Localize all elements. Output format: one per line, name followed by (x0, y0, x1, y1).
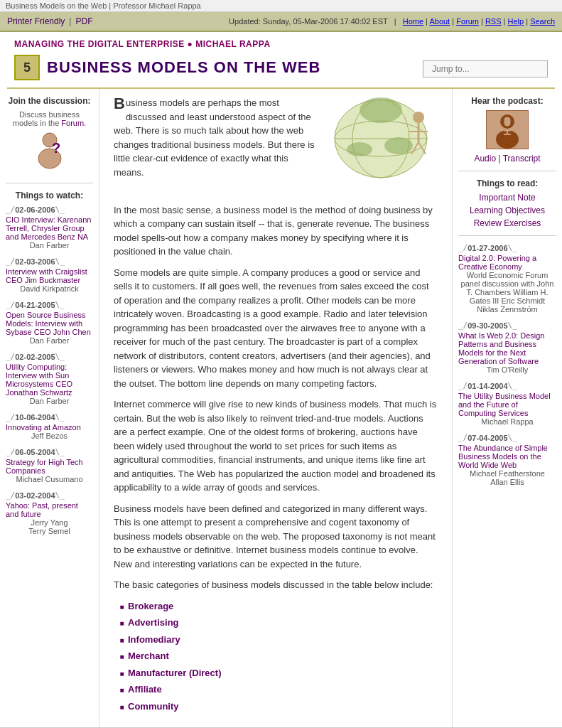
third-paragraph: Some models are quite simple. A company … (114, 266, 438, 391)
podcast-title: Hear the podcast: (458, 96, 556, 106)
author-link[interactable]: Michael Rappa (195, 39, 270, 49)
main-layout: Join the discussion: Discuss business mo… (0, 89, 562, 727)
center-content: Business models are perhaps the most dis… (99, 89, 452, 727)
top-nav: Printer Friendly | PDF Updated: Sunday, … (0, 12, 562, 32)
discussion-title: Join the discussion: (6, 96, 93, 106)
breadcrumb-link[interactable]: Managing the Digital Enterprise (14, 39, 185, 49)
left-sidebar: Join the discussion: Discuss business mo… (0, 89, 99, 727)
right-sidebar: Hear the podcast: Audio | Transcript Thi… (452, 89, 562, 727)
advertising-link[interactable]: Advertising (128, 617, 179, 628)
list-item: Advertising (128, 616, 438, 630)
list-item: Brokerage (128, 599, 438, 614)
home-link[interactable]: Home (403, 17, 423, 26)
main-text: Business models are perhaps the most dis… (114, 96, 438, 713)
things-to-read-title: Things to read: (458, 178, 556, 188)
content-image (328, 96, 438, 189)
read-item: _/ 01-14-2004 \_ The Utility Business Mo… (458, 381, 556, 426)
jump-to-container (423, 60, 548, 77)
page-title: Business Models on the Web (47, 58, 320, 77)
updated-timestamp: Updated: Sunday, 05-Mar-2006 17:40:02 ES… (229, 17, 555, 26)
affiliate-link[interactable]: Affiliate (128, 684, 162, 695)
watch-link-1[interactable]: Interview with Craigslist CEO Jim Buckma… (6, 267, 87, 284)
watch-link-4[interactable]: Innovating at Amazon (6, 423, 81, 432)
watch-item: _/ 02-02-2005 \_ Utility Computing: Inte… (6, 352, 93, 405)
manufacturer-link[interactable]: Manufacturer (Direct) (128, 668, 221, 678)
podcast-links: Audio | Transcript (458, 154, 556, 164)
rss-link[interactable]: RSS (485, 17, 502, 26)
read-item: _/ 07-04-2005 \_ The Abundance of Simple… (458, 433, 556, 486)
svg-point-10 (413, 112, 424, 123)
title-bar: Business Models on the Web | Professor M… (0, 0, 562, 12)
header-title-row: 5 Business Models on the Web (14, 55, 423, 80)
read-item: _/ 09-30-2005 \_ What Is Web 2.0: Design… (458, 321, 556, 374)
watch-item: _/ 03-02-2004 \_ Yahoo: Past, present an… (6, 491, 93, 535)
title-bar-text: Business Models on the Web | Professor M… (6, 1, 201, 10)
header: Managing the Digital Enterprise ● Michae… (0, 32, 562, 87)
forum-link[interactable]: Forum (456, 17, 479, 26)
top-nav-left: Printer Friendly | PDF (7, 16, 92, 26)
about-link[interactable]: About (429, 17, 450, 26)
pdf-link[interactable]: PDF (75, 16, 92, 26)
help-link[interactable]: Help (508, 17, 524, 26)
watch-item: _/ 02-06-2006 \_ CIO Interview: Karenann… (6, 205, 93, 250)
header-left: Managing the Digital Enterprise ● Michae… (14, 39, 423, 87)
community-link[interactable]: Community (128, 701, 179, 712)
svg-text:?: ? (52, 140, 60, 156)
discussion-text: Discuss business models in the Forum. (6, 110, 93, 127)
learning-objectives-link[interactable]: Learning Objectives (458, 205, 556, 215)
watch-item: _/ 02-03-2006 \_ Interview with Craigsli… (6, 257, 93, 293)
important-note-link[interactable]: Important Note (458, 193, 556, 203)
transcript-link[interactable]: Transcript (503, 154, 541, 164)
fourth-paragraph: Internet commerce will give rise to new … (114, 397, 438, 495)
watch-item: _/ 04-21-2005 \_ Open Source Business Mo… (6, 300, 93, 345)
watch-link-3[interactable]: Utility Computing: Interview with Sun Mi… (6, 363, 72, 397)
read-link-0[interactable]: Digital 2.0: Powering a Creative Economy (458, 254, 536, 271)
printer-friendly-link[interactable]: Printer Friendly (7, 16, 65, 26)
watch-item: _/ 10-06-2004 \_ Innovating at Amazon Je… (6, 412, 93, 440)
podcast-icon (486, 110, 529, 149)
svg-point-9 (347, 142, 372, 156)
read-item: _/ 01-27-2006 \_ Digital 2.0: Powering a… (458, 243, 556, 314)
audio-link[interactable]: Audio (474, 154, 496, 164)
read-link-2[interactable]: The Utility Business Model and the Futur… (458, 392, 551, 417)
read-link-3[interactable]: The Abundance of Simple Business Models … (458, 444, 548, 469)
watch-link-5[interactable]: Strategy for High Tech Companies (6, 458, 83, 475)
second-paragraph: In the most basic sense, a business mode… (114, 203, 438, 259)
sixth-paragraph: The basic categories of business models … (114, 578, 438, 592)
forum-discussion-link[interactable]: Forum. (61, 119, 86, 127)
jump-to-input[interactable] (423, 60, 548, 77)
review-exercises-link[interactable]: Review Exercises (458, 218, 556, 228)
brokerage-link[interactable]: Brokerage (128, 601, 173, 611)
list-item: Affiliate (128, 682, 438, 697)
list-item: Merchant (128, 649, 438, 663)
search-link[interactable]: Search (530, 17, 555, 26)
infomediary-link[interactable]: Infomediary (128, 634, 180, 645)
list-item: Community (128, 700, 438, 714)
list-item: Manufacturer (Direct) (128, 666, 438, 680)
read-link-1[interactable]: What Is Web 2.0: Design Patterns and Bus… (458, 331, 544, 365)
category-list: Brokerage Advertising Infomediary Mercha… (128, 599, 438, 714)
svg-point-7 (360, 97, 402, 123)
watch-item: _/ 06-05-2004 \_ Strategy for High Tech … (6, 447, 93, 483)
svg-point-8 (384, 137, 413, 154)
discussion-icon: ? (6, 132, 93, 176)
watch-link-2[interactable]: Open Source Business Models: Interview w… (6, 311, 91, 336)
svg-rect-18 (504, 117, 511, 127)
list-item: Infomediary (128, 633, 438, 647)
fifth-paragraph: Business models have been defined and ca… (114, 502, 438, 572)
merchant-link[interactable]: Merchant (128, 651, 169, 661)
watch-link-6[interactable]: Yahoo: Past, present and future (6, 501, 78, 518)
breadcrumb: Managing the Digital Enterprise ● Michae… (14, 39, 423, 49)
watch-link-0[interactable]: CIO Interview: Karenann Terrell, Chrysle… (6, 215, 91, 241)
chapter-box: 5 (14, 55, 40, 80)
things-to-watch-title: Things to watch: (6, 191, 93, 200)
